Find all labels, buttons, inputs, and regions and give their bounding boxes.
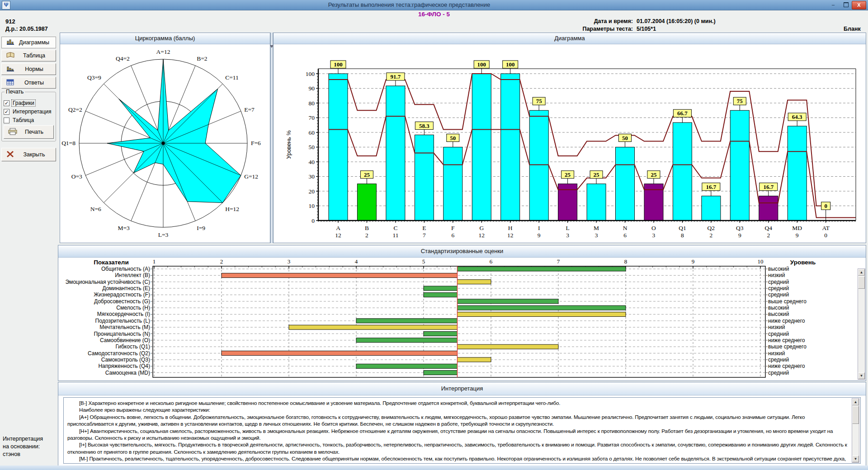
x-raw-score-label: 6 xyxy=(451,232,454,239)
x-raw-score-label: 9 xyxy=(796,232,799,239)
score-row-label: Общительность (A) xyxy=(101,266,150,272)
sidebar-button-answers[interactable]: Ответы xyxy=(1,77,56,89)
value-label-text: 58.3 xyxy=(419,122,429,129)
x-category-label: B xyxy=(365,225,369,231)
scores-left-header: Показатели xyxy=(94,259,128,266)
sten-bar xyxy=(424,292,458,297)
checkbox-label: Таблица xyxy=(12,117,35,123)
bar-Q4 xyxy=(759,196,778,221)
patient-id: 912 xyxy=(5,18,15,25)
sten-bar xyxy=(356,364,458,368)
close-button[interactable]: Закрыть xyxy=(1,148,56,161)
checkbox-graphics[interactable]: ✓ Графики xyxy=(4,100,35,106)
scores-scrollbar[interactable]: ▲ ▼ xyxy=(858,268,865,380)
interpretation-textbox[interactable]: [B-] Характерно конкретное и несколько р… xyxy=(63,397,861,464)
scale-tick-label: 7 xyxy=(557,258,560,265)
sten-bar xyxy=(424,371,458,375)
svg-text:80: 80 xyxy=(309,100,315,107)
svg-text:50: 50 xyxy=(309,144,315,150)
sidebar-button-diagrams[interactable]: Диаграммы xyxy=(1,37,56,48)
score-level-label: средний xyxy=(768,357,789,363)
checkbox-table[interactable]: Таблица xyxy=(4,117,35,123)
score-row-label: Гибкость (Q1) xyxy=(115,343,150,350)
x-category-label: E xyxy=(422,225,426,231)
scroll-down-icon[interactable]: ▼ xyxy=(852,456,859,462)
radar-axis-label: F=6 xyxy=(251,140,261,146)
scroll-up-icon[interactable]: ▲ xyxy=(852,399,859,405)
value-label-text: 64.3 xyxy=(792,113,802,120)
x-raw-score-label: 2 xyxy=(709,232,712,239)
sidebar-button-label: Нормы xyxy=(15,66,53,72)
book-icon xyxy=(5,52,15,60)
value-label-text: 25 xyxy=(364,171,370,178)
score-level-label: средний xyxy=(768,370,789,376)
minimize-button[interactable]: – xyxy=(827,1,839,9)
value-label-text: 16.7 xyxy=(763,183,774,190)
radar-axis-label: B=2 xyxy=(197,55,207,62)
svg-text:0: 0 xyxy=(311,217,315,224)
x-category-label: Q4 xyxy=(765,225,773,231)
scroll-down-icon[interactable]: ▼ xyxy=(858,372,865,379)
sten-bar xyxy=(458,312,626,317)
value-label-text: 25 xyxy=(565,171,571,178)
x-category-label: Q3 xyxy=(736,225,744,231)
score-row-label: Подозрительность (L) xyxy=(95,318,150,324)
x-raw-score-label: 8 xyxy=(681,232,684,239)
score-row-label: Самообвинение (O) xyxy=(100,337,150,343)
checkbox-icon: ✓ xyxy=(4,109,9,115)
svg-text:20: 20 xyxy=(309,188,315,195)
bar-F xyxy=(443,147,462,221)
print-button[interactable]: Печать xyxy=(4,125,54,139)
value-label-text: 75 xyxy=(536,98,542,104)
sidebar-button-table[interactable]: Таблица xyxy=(1,50,56,61)
close-window-button[interactable]: X xyxy=(852,1,866,9)
scale-tick-label: 10 xyxy=(758,258,764,265)
svg-text:30: 30 xyxy=(309,173,315,180)
score-level-label: выше среднего xyxy=(768,343,807,350)
score-row-label: Смелость (H) xyxy=(116,305,150,311)
x-raw-score-label: 12 xyxy=(507,232,514,239)
value-label-text: 16.7 xyxy=(706,183,716,190)
x-raw-score-label: 12 xyxy=(335,232,341,239)
radar-axis-label: M=3 xyxy=(118,225,130,231)
scroll-thumb[interactable] xyxy=(858,276,865,289)
bar-A xyxy=(329,74,348,221)
scroll-up-icon[interactable]: ▲ xyxy=(858,269,865,276)
score-level-label: средний xyxy=(768,279,789,285)
x-raw-score-label: 3 xyxy=(566,232,569,239)
checkbox-interpretation[interactable]: ✓ Интерпретация xyxy=(4,108,52,115)
radar-axis-label: I=9 xyxy=(197,225,205,231)
score-row-label: Мечтательность (M) xyxy=(99,324,150,330)
x-raw-score-label: 3 xyxy=(652,232,656,239)
sten-bar xyxy=(222,273,458,277)
svg-text:70: 70 xyxy=(309,114,315,121)
score-level-label: средний xyxy=(768,291,789,298)
scale-tick-label: 3 xyxy=(288,258,291,265)
bar-Q3 xyxy=(730,110,749,221)
sidebar-button-norms[interactable]: Нормы xyxy=(1,63,56,75)
datetime-label: Дата и время: xyxy=(542,18,633,24)
bar-C xyxy=(386,86,405,221)
bar-M xyxy=(587,184,606,221)
interpretation-scrollbar[interactable]: ▲ ▼ xyxy=(852,398,859,463)
radar-axis-label: H=12 xyxy=(225,206,239,212)
sten-bar xyxy=(222,351,458,356)
radar-axis-label: Q3=9 xyxy=(87,74,101,81)
score-row-label: Добросовестность (G) xyxy=(94,298,150,305)
value-label-text: 75 xyxy=(737,98,743,104)
checkbox-label: Интерпретация xyxy=(12,108,52,115)
score-level-label: ниже среднего xyxy=(768,318,805,324)
sidebar-button-label: Ответы xyxy=(15,80,53,86)
checkbox-icon: ✓ xyxy=(4,100,9,106)
scroll-thumb[interactable] xyxy=(852,406,859,424)
bar-chart-icon xyxy=(5,66,15,73)
x-category-label: Q1 xyxy=(679,225,686,231)
x-raw-score-label: 12 xyxy=(479,232,485,239)
scale-tick-label: 2 xyxy=(220,258,223,265)
score-level-label: средний xyxy=(768,285,789,291)
restore-button[interactable] xyxy=(840,1,852,9)
datetime-value: 01.07.2004 (16:05:20) (0 мин.) xyxy=(637,18,716,24)
svg-text:10: 10 xyxy=(309,202,315,209)
checkbox-icon xyxy=(4,118,9,123)
scale-tick-label: 8 xyxy=(624,258,627,265)
